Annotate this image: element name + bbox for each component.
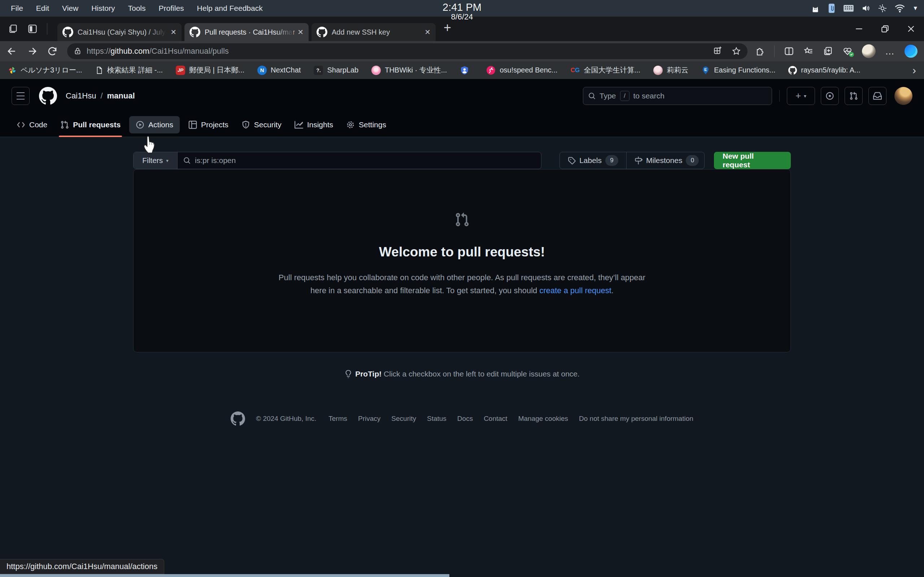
- filters-dropdown-button[interactable]: Filters▾: [134, 152, 178, 169]
- keyboard-icon[interactable]: [843, 4, 854, 13]
- url-text[interactable]: https://github.com/Cai1Hsu/manual/pulls: [87, 47, 229, 56]
- bookmark-raylib[interactable]: raysan5/raylib: A...: [788, 66, 861, 75]
- favorite-star-icon[interactable]: [732, 47, 741, 56]
- copyright: © 2024 GitHub, Inc.: [256, 415, 316, 423]
- github-mark-icon: [231, 411, 245, 426]
- pull-requests-button[interactable]: [845, 87, 863, 105]
- bookmarks-overflow-chevron[interactable]: ›: [913, 65, 916, 76]
- blankslate-panel: Welcome to pull requests! Pull requests …: [133, 169, 791, 352]
- bookmark-liliyun[interactable]: 莉莉云: [653, 65, 688, 75]
- tray-caret-icon[interactable]: ▼: [913, 5, 918, 11]
- github-search-input[interactable]: Type / to search: [583, 87, 772, 105]
- tab-actions[interactable]: Actions: [127, 113, 182, 137]
- menu-file[interactable]: File: [11, 4, 23, 13]
- lock-icon[interactable]: [74, 47, 82, 55]
- bookmark-thbwiki[interactable]: THBWiki · 专业性...: [372, 65, 447, 75]
- bookmark-label: 莉莉云: [667, 65, 688, 75]
- tab-code[interactable]: Code: [10, 113, 54, 137]
- phone-connect-icon[interactable]: [827, 3, 836, 13]
- copilot-icon[interactable]: [905, 45, 918, 58]
- bookmark-sharplab[interactable]: ?. SharpLab: [313, 66, 359, 75]
- git-pull-request-icon: [849, 92, 858, 100]
- nextchat-icon: N: [257, 66, 267, 75]
- tab-actions-icon[interactable]: [27, 24, 37, 34]
- back-button[interactable]: [6, 46, 17, 56]
- workspace-add-icon[interactable]: [713, 47, 722, 56]
- favorites-bar-icon[interactable]: [803, 46, 814, 56]
- table-icon: [188, 121, 197, 129]
- breadcrumb-owner[interactable]: Cai1Hsu: [66, 91, 96, 101]
- menu-tools[interactable]: Tools: [128, 4, 146, 13]
- hamburger-menu-button[interactable]: [11, 87, 30, 105]
- address-bar[interactable]: https://github.com/Cai1Hsu/manual/pulls: [67, 43, 748, 59]
- github-user-avatar[interactable]: [894, 87, 913, 105]
- tab-security[interactable]: Security: [235, 113, 288, 137]
- footer-link-privacy[interactable]: Privacy: [358, 415, 380, 423]
- bookmark-person-badge[interactable]: [460, 66, 473, 75]
- menu-edit[interactable]: Edit: [36, 4, 49, 13]
- bookmark-japan-post[interactable]: JP 郵便局 | 日本郵...: [176, 65, 244, 75]
- menu-history[interactable]: History: [91, 4, 115, 13]
- footer-link-security[interactable]: Security: [391, 415, 416, 423]
- menu-view[interactable]: View: [62, 4, 78, 13]
- menu-profiles[interactable]: Profiles: [159, 4, 184, 13]
- tab-insights[interactable]: Insights: [288, 113, 340, 137]
- inbox-button[interactable]: [868, 87, 887, 105]
- slash-key-hint: /: [620, 91, 630, 101]
- extensions-icon[interactable]: [755, 46, 765, 56]
- footer-link-status[interactable]: Status: [427, 415, 446, 423]
- browser-profile-avatar[interactable]: [862, 44, 876, 58]
- search-placeholder-suffix: to search: [633, 92, 664, 100]
- tab-close-icon[interactable]: ✕: [297, 28, 304, 36]
- restore-button[interactable]: [872, 16, 898, 41]
- caret-down-icon: ▾: [166, 158, 168, 163]
- tab-1[interactable]: Cai1Hsu (Caiyi Shyu) / July 20 ✕: [57, 23, 181, 41]
- tab-settings[interactable]: Settings: [340, 113, 393, 137]
- tab-pull-requests[interactable]: Pull requests: [54, 113, 127, 137]
- footer-link-docs[interactable]: Docs: [457, 415, 473, 423]
- create-new-button[interactable]: +▾: [787, 87, 815, 105]
- more-menu-icon[interactable]: …: [885, 46, 895, 57]
- menu-help[interactable]: Help and Feedback: [197, 4, 263, 13]
- tab-close-icon[interactable]: ✕: [425, 28, 431, 36]
- close-window-button[interactable]: [898, 16, 924, 41]
- footer-link-terms[interactable]: Terms: [328, 415, 347, 423]
- breadcrumb-repo[interactable]: manual: [107, 91, 135, 101]
- footer-link-manage-cookies[interactable]: Manage cookies: [518, 415, 568, 423]
- github-favicon: [317, 27, 327, 37]
- bookmark-osu-speed[interactable]: osu!speed Benc...: [486, 66, 557, 75]
- tab-2-active[interactable]: Pull requests · Cai1Hsu/man ✕: [184, 23, 309, 41]
- page-content: Filters▾ is:pr is:open Labels 9 Mileston: [0, 137, 924, 555]
- bookmark-cg-contest[interactable]: CG 全国大学生计算...: [571, 65, 641, 75]
- cg-contest-icon: CG: [571, 66, 580, 75]
- brightness-icon[interactable]: [878, 3, 887, 13]
- issues-button[interactable]: [821, 87, 839, 105]
- tab-3[interactable]: Add new SSH key ✕: [312, 23, 436, 41]
- forward-button[interactable]: [27, 46, 37, 56]
- browser-essentials-icon[interactable]: [842, 46, 853, 56]
- minimize-button[interactable]: [846, 16, 872, 41]
- refresh-button[interactable]: [47, 46, 58, 56]
- split-screen-icon[interactable]: [784, 46, 794, 56]
- milestones-button[interactable]: Milestones 0: [626, 152, 704, 169]
- new-tab-button[interactable]: +: [444, 21, 451, 34]
- japan-post-icon: JP: [176, 66, 185, 75]
- workspaces-icon[interactable]: [8, 24, 18, 34]
- tab-projects[interactable]: Projects: [182, 113, 235, 137]
- labels-button[interactable]: Labels 9: [560, 152, 626, 169]
- footer-link-do-not-share[interactable]: Do not share my personal information: [579, 415, 693, 423]
- bookmark-nextchat[interactable]: N NextChat: [257, 66, 300, 75]
- new-pull-request-button[interactable]: New pull request: [714, 152, 791, 169]
- collections-icon[interactable]: [823, 46, 833, 56]
- tab-close-icon[interactable]: ✕: [170, 28, 176, 36]
- wifi-icon[interactable]: [894, 3, 905, 13]
- bookmark-easing-functions[interactable]: E Easing Functions...: [701, 66, 775, 75]
- cat-indicator-icon[interactable]: [811, 3, 820, 13]
- create-pull-request-link[interactable]: create a pull request: [539, 286, 611, 295]
- github-logo[interactable]: [39, 87, 57, 105]
- footer-link-contact[interactable]: Contact: [484, 415, 507, 423]
- issues-search-input[interactable]: is:pr is:open: [178, 152, 541, 169]
- volume-icon[interactable]: [861, 3, 871, 13]
- bookmark-search-results[interactable]: 検索結果 詳細 -...: [95, 65, 163, 75]
- bookmark-persona3[interactable]: ペルソナ3リロー...: [8, 65, 82, 75]
